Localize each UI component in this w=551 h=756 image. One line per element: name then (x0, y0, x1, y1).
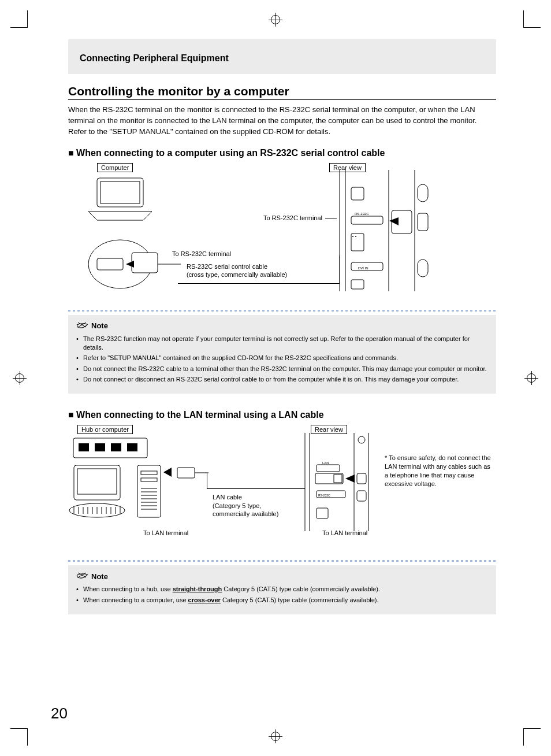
section2-heading: ■ When connecting to the LAN terminal us… (68, 410, 496, 420)
note-label: Note (91, 321, 108, 330)
svg-rect-30 (74, 465, 120, 500)
registration-mark (527, 373, 536, 383)
crop-mark (10, 10, 28, 28)
svg-rect-0 (97, 178, 143, 207)
breadcrumb: Connecting Peripheral Equipment (80, 53, 485, 64)
svg-rect-68 (317, 508, 328, 518)
lan-diagram: Hub or computer Rear view (68, 425, 496, 552)
svg-rect-70 (177, 468, 195, 478)
svg-rect-1 (100, 181, 140, 203)
svg-text:RS-232C: RS-232C (355, 212, 369, 216)
label-cable2: (cross type, commercially available) (187, 270, 287, 279)
note2-list: When connecting to a hub, use straight-t… (76, 585, 488, 605)
lan-rear-panel-icon: LAN RS-232C (299, 433, 380, 531)
hub-icon (73, 438, 148, 458)
note-item: Do not connect or disconnect an RS-232C … (76, 375, 488, 384)
note-item: When connecting to a computer, use cross… (76, 596, 488, 605)
svg-point-13 (352, 236, 353, 237)
svg-marker-69 (163, 468, 172, 477)
cable-line (207, 473, 207, 488)
svg-rect-63 (357, 473, 366, 484)
lan-cable-line1: LAN cable (213, 494, 242, 501)
laptop-icon (85, 177, 155, 223)
crop-mark (523, 728, 541, 746)
cable-line (340, 255, 340, 283)
svg-text:LAN: LAN (322, 461, 329, 465)
header-bar: Connecting Peripheral Equipment (68, 39, 496, 74)
svg-rect-27 (95, 443, 105, 451)
svg-rect-21 (97, 258, 123, 270)
registration-mark (271, 732, 280, 741)
safety-note: * To ensure safety, do not connect the L… (385, 454, 492, 488)
svg-point-58 (358, 436, 365, 443)
note-item: When connecting to a hub, use straight-t… (76, 585, 488, 594)
label-hub: Hub or computer (77, 425, 133, 434)
note1-list: The RS-232C function may not operate if … (76, 335, 488, 384)
svg-marker-64 (345, 475, 355, 483)
svg-rect-28 (111, 443, 121, 451)
note-item: The RS-232C function may not operate if … (76, 335, 488, 353)
svg-rect-11 (418, 213, 428, 231)
note2-box: Note When connecting to a hub, use strai… (68, 565, 496, 614)
page-content: Connecting Peripheral Equipment Controll… (68, 39, 496, 717)
label-lan-cable: LAN cable (Category 5 type, commercially… (213, 493, 278, 518)
page-title: Controlling the monitor by a computer (68, 84, 496, 100)
note-icon (76, 321, 89, 331)
label-to-lan-left: To LAN terminal (143, 529, 188, 537)
svg-rect-22 (132, 253, 158, 273)
intro-paragraph: When the RS-232C terminal on the monitor… (68, 105, 496, 138)
note-icon (76, 571, 89, 581)
svg-text:DVI IN: DVI IN (358, 266, 368, 270)
lan-cable-line3: commercially available) (213, 510, 278, 517)
note-divider (68, 310, 496, 312)
rs232c-diagram: Computer Rear view RS-232C DVI IN (68, 163, 496, 302)
svg-rect-7 (418, 184, 428, 202)
cable-line (178, 283, 340, 284)
label-to-rs232c-right: To RS-232C terminal (247, 214, 322, 222)
section1-heading: ■ When connecting to a computer using an… (68, 148, 496, 158)
lan-connector-icon (163, 465, 210, 488)
rear-panel-icon: RS-232C DVI IN (334, 170, 432, 291)
note1-box: Note The RS-232C function may not operat… (68, 315, 496, 394)
label-to-lan-right: To LAN terminal (322, 529, 367, 537)
crop-mark (523, 10, 541, 28)
svg-rect-18 (351, 280, 364, 289)
note-item: Do not connect the RS-232C cable to a te… (76, 365, 488, 373)
note-divider (68, 560, 496, 562)
svg-rect-6 (351, 187, 364, 200)
svg-rect-17 (418, 260, 428, 277)
svg-marker-23 (126, 261, 134, 268)
svg-point-14 (355, 236, 356, 237)
svg-rect-8 (351, 216, 383, 224)
lan-cable-line2: (Category 5 type, (213, 502, 261, 509)
registration-mark (15, 373, 24, 383)
svg-rect-59 (317, 465, 340, 472)
svg-rect-45 (141, 471, 157, 475)
label-cable1: RS-232C serial control cable (187, 262, 267, 270)
svg-rect-29 (127, 443, 137, 451)
crop-mark (10, 728, 28, 746)
connector-detail-icon (85, 238, 184, 296)
svg-rect-26 (79, 443, 89, 451)
label-computer: Computer (97, 163, 133, 172)
note-item: Refer to "SETUP MANUAL" contained on the… (76, 354, 488, 362)
svg-rect-31 (77, 469, 117, 494)
cable-line (207, 488, 305, 489)
svg-rect-62 (334, 475, 342, 483)
svg-text:RS-232C: RS-232C (318, 494, 330, 497)
registration-mark (271, 15, 280, 24)
page-number: 20 (51, 705, 68, 722)
svg-rect-67 (357, 491, 366, 501)
label-to-rs232c-left: To RS-232C terminal (172, 250, 231, 258)
note-label: Note (91, 572, 108, 581)
svg-rect-46 (141, 478, 157, 481)
leader-line (325, 218, 337, 218)
